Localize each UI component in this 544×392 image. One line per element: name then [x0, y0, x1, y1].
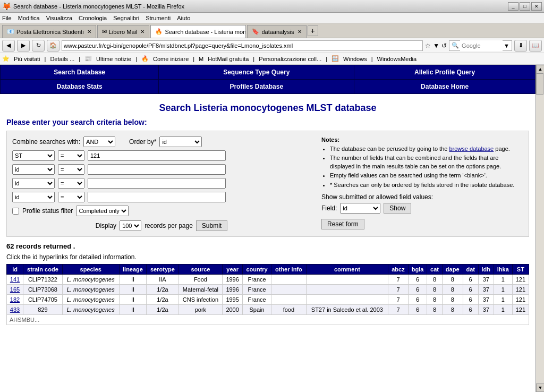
profile-status-select[interactable]: Completed only All [76, 206, 129, 216]
col-header-other-info: other info [271, 265, 306, 275]
bookmark-come-iniziare[interactable]: Come iniziare [153, 56, 189, 62]
arrow-icon[interactable]: ▼ [433, 42, 439, 49]
cell-id: 141 [7, 275, 23, 285]
cell-serotype: 1/2a [147, 285, 178, 295]
cell-dape: 8 [442, 285, 463, 295]
home-button[interactable]: 🏠 [47, 40, 60, 52]
bookmark-details[interactable]: Details ... [50, 56, 74, 62]
tab-data-close[interactable]: ✕ [298, 29, 302, 35]
tab-libero-close[interactable]: ✕ [140, 29, 144, 35]
id-link[interactable]: 433 [10, 306, 20, 313]
maximize-button[interactable]: □ [520, 2, 530, 11]
col-header-comment: comment [306, 265, 388, 275]
field-select-1[interactable]: ST id [12, 150, 55, 161]
show-button[interactable]: Show [384, 203, 411, 214]
col-header-year: year [223, 265, 243, 275]
rss-icon: 📰 [84, 55, 92, 62]
combine-select[interactable]: AND OR [83, 137, 115, 147]
menu-strumenti[interactable]: Strumenti [146, 15, 171, 21]
cell-strain: CLIP73068 [23, 285, 63, 295]
star-icon[interactable]: ☆ [425, 42, 431, 49]
tab-libero[interactable]: ✉ Libero Mail ✕ [97, 25, 150, 38]
back-button[interactable]: ◀ [2, 40, 15, 52]
profile-status-row: Profile status filter Completed only All [12, 206, 311, 216]
menu-file[interactable]: File [2, 15, 12, 21]
profile-status-checkbox[interactable] [12, 208, 19, 215]
id-link[interactable]: 165 [10, 286, 20, 293]
tab-posta-close[interactable]: ✕ [87, 29, 91, 35]
bookmark-hotmail[interactable]: HotMail gratuita [208, 56, 249, 62]
bookmark-button[interactable]: 📖 [529, 40, 542, 52]
menu-visualizza[interactable]: Visualizza [46, 15, 72, 21]
menu-modifica[interactable]: Modifica [18, 15, 40, 21]
browse-database-link[interactable]: browse database [449, 146, 494, 152]
nav-allelic-profile[interactable]: Allelic Profile Query [354, 65, 535, 79]
scroll-track[interactable] [536, 73, 544, 384]
tab-search[interactable]: 🔥 Search database - Listeria monocytogen… [150, 25, 246, 38]
cell-year: 1996 [223, 275, 243, 285]
id-link[interactable]: 141 [10, 276, 20, 283]
nav-sequence-type[interactable]: Sequence Type Query [159, 65, 354, 79]
op-select-2[interactable]: = [58, 164, 84, 175]
col-header-source: source [178, 265, 223, 275]
submit-button[interactable]: Submit [196, 220, 227, 231]
id-link[interactable]: 182 [10, 296, 20, 303]
menu-aiuto[interactable]: Aiuto [177, 15, 190, 21]
close-button[interactable]: ✕ [531, 2, 542, 11]
field-select-3[interactable]: id [12, 178, 55, 189]
reload-button[interactable]: ↻ [32, 40, 45, 52]
search-dropdown-icon[interactable]: ▼ [504, 42, 509, 49]
col-header-strain: strain code [23, 265, 63, 275]
results-count: 62 records returned . [6, 242, 529, 250]
bookmark-windowsmedia[interactable]: WindowsMedia [377, 56, 417, 62]
tab-posta[interactable]: 📧 Posta Elettronica Studenti ✕ [2, 25, 96, 38]
scroll-down-button[interactable]: ▼ [536, 384, 544, 392]
field-label: Field: [321, 204, 337, 212]
nav-database-stats[interactable]: Database Stats [1, 80, 158, 93]
nav-database-home[interactable]: Database Home [354, 80, 535, 93]
field-show-select[interactable]: id ST strain code [340, 203, 380, 214]
orderby-select[interactable]: id ST strain code [159, 137, 202, 147]
bookmark-ultime-notizie[interactable]: Ultime notizie [96, 56, 131, 62]
reset-button[interactable]: Reset form [321, 219, 364, 229]
search-input[interactable] [460, 40, 503, 51]
field-select-2[interactable]: id [12, 164, 55, 175]
cell-other-info: food [271, 305, 306, 315]
refresh-icon[interactable]: ↺ [441, 42, 447, 49]
bookmark-personalizzazione[interactable]: Personalizzazione coll... [259, 56, 321, 62]
cell-comment [306, 295, 388, 305]
scroll-thumb[interactable] [536, 73, 543, 95]
bookmark-icon-star: ⭐ [2, 55, 10, 62]
cell-dat: 6 [463, 295, 478, 305]
forward-button[interactable]: ▶ [17, 40, 30, 52]
value-input-4[interactable] [88, 192, 226, 202]
display-select[interactable]: 100 10 25 50 200 [120, 220, 141, 231]
cell-st: 121 [512, 275, 529, 285]
nav-profiles-database[interactable]: Profiles Database [159, 80, 354, 93]
bookmark-piu-visitati[interactable]: Più visitati [14, 56, 40, 62]
value-input-3[interactable] [88, 178, 226, 189]
scroll-up-button[interactable]: ▲ [536, 65, 544, 73]
op-select-1[interactable]: = contains [58, 150, 84, 161]
value-input-2[interactable] [88, 164, 226, 175]
new-tab-button[interactable]: + [308, 25, 318, 36]
firefox-bm-icon: 🔥 [141, 55, 149, 62]
value-input-1[interactable] [88, 150, 226, 161]
bookmark-windows[interactable]: Windows [343, 56, 367, 62]
scrollbar[interactable]: ▲ ▼ [536, 65, 544, 392]
menu-segnalibri[interactable]: Segnalibri [113, 15, 139, 21]
cell-strain: 829 [23, 305, 63, 315]
field-select-4[interactable]: id [12, 192, 55, 202]
profile-status-label: Profile status filter [22, 207, 73, 215]
op-select-3[interactable]: = [58, 178, 84, 189]
tab-data[interactable]: 🔖 dataanalysis ✕ [247, 25, 306, 38]
op-select-4[interactable]: = [58, 192, 84, 202]
download-button[interactable]: ⬇ [514, 40, 527, 52]
minimize-button[interactable]: _ [508, 2, 518, 11]
address-input[interactable] [62, 40, 423, 51]
cell-bgla: 6 [408, 285, 427, 295]
col-header-abcz: abcz [388, 265, 409, 275]
nav-search-database[interactable]: Search Database [1, 65, 158, 79]
menu-cronologia[interactable]: Cronologia [79, 15, 107, 21]
window-controls[interactable]: _ □ ✕ [508, 2, 542, 11]
